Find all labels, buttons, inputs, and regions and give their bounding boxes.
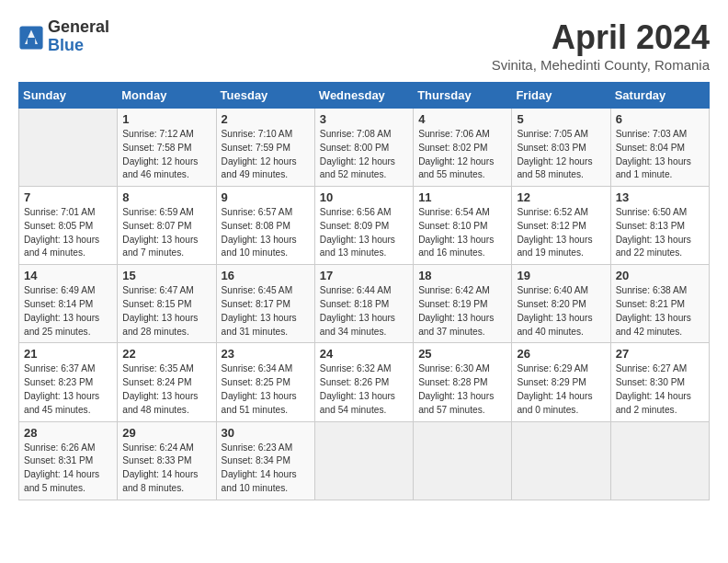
day-cell-content: Sunrise: 6:37 AM Sunset: 8:23 PM Dayligh…: [24, 362, 112, 417]
table-row: 14Sunrise: 6:49 AM Sunset: 8:14 PM Dayli…: [19, 265, 118, 343]
day-cell-content: Sunrise: 6:42 AM Sunset: 8:19 PM Dayligh…: [418, 284, 506, 339]
day-cell-content: Sunrise: 6:30 AM Sunset: 8:28 PM Dayligh…: [418, 362, 506, 417]
day-cell-content: Sunrise: 6:50 AM Sunset: 8:13 PM Dayligh…: [616, 206, 704, 260]
day-number: 9: [222, 190, 310, 204]
day-cell-content: Sunrise: 6:34 AM Sunset: 8:25 PM Dayligh…: [222, 362, 310, 417]
table-row: [414, 421, 512, 500]
table-row: 8Sunrise: 6:59 AM Sunset: 8:07 PM Daylig…: [118, 187, 216, 265]
calendar-week-4: 21Sunrise: 6:37 AM Sunset: 8:23 PM Dayli…: [19, 343, 710, 421]
calendar-table: SundayMondayTuesdayWednesdayThursdayFrid…: [18, 82, 710, 500]
day-number: 22: [122, 347, 210, 361]
table-row: 25Sunrise: 6:30 AM Sunset: 8:28 PM Dayli…: [414, 343, 512, 421]
table-row: 19Sunrise: 6:40 AM Sunset: 8:20 PM Dayli…: [512, 265, 610, 343]
day-cell-content: Sunrise: 6:35 AM Sunset: 8:24 PM Dayligh…: [122, 362, 210, 417]
day-cell-content: Sunrise: 6:54 AM Sunset: 8:10 PM Dayligh…: [418, 206, 506, 260]
day-number: 19: [517, 269, 605, 282]
calendar-week-2: 7Sunrise: 7:01 AM Sunset: 8:05 PM Daylig…: [19, 187, 710, 265]
day-header-monday: Monday: [118, 83, 216, 109]
day-header-tuesday: Tuesday: [216, 83, 314, 109]
svg-rect-2: [28, 38, 35, 44]
day-cell-content: Sunrise: 6:49 AM Sunset: 8:14 PM Dayligh…: [24, 284, 112, 339]
day-number: 14: [24, 269, 112, 282]
table-row: 6Sunrise: 7:03 AM Sunset: 8:04 PM Daylig…: [610, 109, 709, 187]
day-cell-content: Sunrise: 7:12 AM Sunset: 7:58 PM Dayligh…: [122, 128, 210, 182]
day-cell-content: Sunrise: 6:44 AM Sunset: 8:18 PM Dayligh…: [320, 284, 408, 339]
table-row: 28Sunrise: 6:26 AM Sunset: 8:31 PM Dayli…: [19, 421, 118, 500]
table-row: [19, 109, 118, 187]
title-area: April 2024 Svinita, Mehedinti County, Ro…: [492, 18, 710, 73]
table-row: 29Sunrise: 6:24 AM Sunset: 8:33 PM Dayli…: [118, 421, 216, 500]
table-row: 10Sunrise: 6:56 AM Sunset: 8:09 PM Dayli…: [314, 187, 413, 265]
table-row: 30Sunrise: 6:23 AM Sunset: 8:34 PM Dayli…: [216, 421, 314, 500]
day-header-row: SundayMondayTuesdayWednesdayThursdayFrid…: [19, 83, 710, 109]
day-cell-content: Sunrise: 6:26 AM Sunset: 8:31 PM Dayligh…: [24, 442, 112, 496]
day-cell-content: Sunrise: 6:52 AM Sunset: 8:12 PM Dayligh…: [517, 206, 605, 260]
table-row: 26Sunrise: 6:29 AM Sunset: 8:29 PM Dayli…: [512, 343, 610, 421]
day-cell-content: Sunrise: 6:24 AM Sunset: 8:33 PM Dayligh…: [122, 442, 210, 496]
day-header-sunday: Sunday: [19, 83, 118, 109]
table-row: 21Sunrise: 6:37 AM Sunset: 8:23 PM Dayli…: [19, 343, 118, 421]
table-row: 24Sunrise: 6:32 AM Sunset: 8:26 PM Dayli…: [314, 343, 413, 421]
table-row: 15Sunrise: 6:47 AM Sunset: 8:15 PM Dayli…: [118, 265, 216, 343]
day-cell-content: Sunrise: 6:40 AM Sunset: 8:20 PM Dayligh…: [517, 284, 605, 339]
day-cell-content: Sunrise: 6:23 AM Sunset: 8:34 PM Dayligh…: [222, 442, 310, 496]
calendar-week-3: 14Sunrise: 6:49 AM Sunset: 8:14 PM Dayli…: [19, 265, 710, 343]
day-cell-content: Sunrise: 6:56 AM Sunset: 8:09 PM Dayligh…: [320, 206, 408, 260]
table-row: 3Sunrise: 7:08 AM Sunset: 8:00 PM Daylig…: [314, 109, 413, 187]
day-cell-content: Sunrise: 6:47 AM Sunset: 8:15 PM Dayligh…: [122, 284, 210, 339]
day-number: 7: [24, 190, 112, 204]
header: General Blue April 2024 Svinita, Mehedin…: [18, 18, 710, 73]
day-number: 5: [517, 112, 605, 126]
calendar-week-5: 28Sunrise: 6:26 AM Sunset: 8:31 PM Dayli…: [19, 421, 710, 500]
day-cell-content: Sunrise: 7:01 AM Sunset: 8:05 PM Dayligh…: [24, 206, 112, 260]
location-subtitle: Svinita, Mehedinti County, Romania: [492, 57, 710, 73]
day-cell-content: Sunrise: 6:32 AM Sunset: 8:26 PM Dayligh…: [320, 362, 408, 417]
day-cell-content: Sunrise: 6:27 AM Sunset: 8:30 PM Dayligh…: [616, 362, 704, 417]
table-row: [512, 421, 610, 500]
day-number: 10: [320, 190, 408, 204]
day-cell-content: Sunrise: 6:29 AM Sunset: 8:29 PM Dayligh…: [517, 362, 605, 417]
day-number: 26: [517, 347, 605, 361]
day-number: 2: [222, 112, 310, 126]
day-number: 20: [616, 269, 704, 282]
day-number: 30: [222, 426, 310, 440]
logo-icon: [18, 25, 44, 51]
day-number: 29: [122, 426, 210, 440]
day-header-saturday: Saturday: [610, 83, 709, 109]
table-row: 7Sunrise: 7:01 AM Sunset: 8:05 PM Daylig…: [19, 187, 118, 265]
table-row: 4Sunrise: 7:06 AM Sunset: 8:02 PM Daylig…: [414, 109, 512, 187]
day-number: 8: [122, 190, 210, 204]
day-number: 18: [418, 269, 506, 282]
day-number: 1: [122, 112, 210, 126]
day-number: 3: [320, 112, 408, 126]
table-row: 1Sunrise: 7:12 AM Sunset: 7:58 PM Daylig…: [118, 109, 216, 187]
day-cell-content: Sunrise: 6:59 AM Sunset: 8:07 PM Dayligh…: [122, 206, 210, 260]
day-number: 11: [418, 190, 506, 204]
table-row: 18Sunrise: 6:42 AM Sunset: 8:19 PM Dayli…: [414, 265, 512, 343]
logo-blue-text: Blue: [48, 37, 109, 55]
day-header-wednesday: Wednesday: [314, 83, 413, 109]
day-number: 27: [616, 347, 704, 361]
day-number: 4: [418, 112, 506, 126]
logo: General Blue: [18, 18, 109, 55]
table-row: 20Sunrise: 6:38 AM Sunset: 8:21 PM Dayli…: [610, 265, 709, 343]
table-row: [314, 421, 413, 500]
day-cell-content: Sunrise: 7:06 AM Sunset: 8:02 PM Dayligh…: [418, 128, 506, 182]
table-row: 17Sunrise: 6:44 AM Sunset: 8:18 PM Dayli…: [314, 265, 413, 343]
day-number: 23: [222, 347, 310, 361]
day-header-thursday: Thursday: [414, 83, 512, 109]
day-number: 25: [418, 347, 506, 361]
table-row: 9Sunrise: 6:57 AM Sunset: 8:08 PM Daylig…: [216, 187, 314, 265]
day-cell-content: Sunrise: 7:08 AM Sunset: 8:00 PM Dayligh…: [320, 128, 408, 182]
day-number: 24: [320, 347, 408, 361]
table-row: 11Sunrise: 6:54 AM Sunset: 8:10 PM Dayli…: [414, 187, 512, 265]
logo-general-text: General: [48, 18, 109, 37]
day-number: 15: [122, 269, 210, 282]
day-cell-content: Sunrise: 7:05 AM Sunset: 8:03 PM Dayligh…: [517, 128, 605, 182]
table-row: 5Sunrise: 7:05 AM Sunset: 8:03 PM Daylig…: [512, 109, 610, 187]
day-number: 6: [616, 112, 704, 126]
day-number: 28: [24, 426, 112, 440]
month-title: April 2024: [492, 18, 710, 57]
table-row: 16Sunrise: 6:45 AM Sunset: 8:17 PM Dayli…: [216, 265, 314, 343]
table-row: 23Sunrise: 6:34 AM Sunset: 8:25 PM Dayli…: [216, 343, 314, 421]
